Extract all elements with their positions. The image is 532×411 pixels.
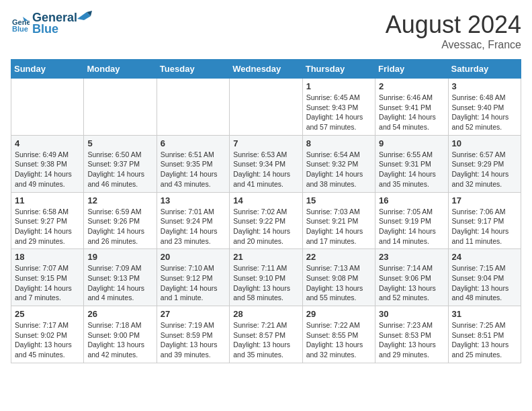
calendar-cell — [157, 79, 229, 136]
calendar-cell: 2Sunrise: 6:46 AM Sunset: 9:41 PM Daylig… — [375, 79, 448, 136]
day-info: Sunrise: 7:15 AM Sunset: 9:04 PM Dayligh… — [452, 263, 517, 303]
day-number: 21 — [233, 252, 298, 262]
day-info: Sunrise: 6:49 AM Sunset: 9:38 PM Dayligh… — [15, 150, 80, 189]
day-number: 12 — [87, 195, 152, 205]
day-info: Sunrise: 7:05 AM Sunset: 9:19 PM Dayligh… — [379, 207, 444, 246]
calendar-cell: 23Sunrise: 7:14 AM Sunset: 9:06 PM Dayli… — [375, 249, 448, 306]
day-number: 18 — [15, 252, 80, 262]
calendar-cell: 31Sunrise: 7:25 AM Sunset: 8:51 PM Dayli… — [448, 306, 521, 363]
day-number: 22 — [306, 252, 371, 262]
calendar-cell: 8Sunrise: 6:54 AM Sunset: 9:32 PM Daylig… — [302, 135, 375, 192]
col-header-sunday: Sunday — [11, 60, 84, 79]
calendar-cell: 9Sunrise: 6:55 AM Sunset: 9:31 PM Daylig… — [375, 135, 448, 192]
day-info: Sunrise: 7:21 AM Sunset: 8:57 PM Dayligh… — [233, 320, 298, 360]
calendar-week-row: 1Sunrise: 6:45 AM Sunset: 9:43 PM Daylig… — [11, 79, 521, 136]
page-header: General Blue General Blue August 2024 Av… — [11, 11, 521, 51]
calendar-cell — [11, 79, 84, 136]
calendar-cell: 7Sunrise: 6:53 AM Sunset: 9:34 PM Daylig… — [230, 135, 302, 192]
col-header-wednesday: Wednesday — [230, 60, 302, 79]
day-number: 14 — [233, 195, 298, 205]
day-info: Sunrise: 7:14 AM Sunset: 9:06 PM Dayligh… — [379, 263, 444, 303]
month-year-title: August 2024 — [386, 11, 521, 39]
day-number: 27 — [161, 309, 226, 319]
day-number: 26 — [87, 309, 152, 319]
day-number: 8 — [306, 138, 371, 148]
calendar-cell: 28Sunrise: 7:21 AM Sunset: 8:57 PM Dayli… — [230, 306, 302, 363]
day-info: Sunrise: 6:53 AM Sunset: 9:34 PM Dayligh… — [233, 150, 298, 189]
col-header-thursday: Thursday — [302, 60, 375, 79]
col-header-monday: Monday — [84, 60, 157, 79]
day-number: 13 — [161, 195, 226, 205]
day-number: 17 — [452, 195, 517, 205]
day-info: Sunrise: 6:46 AM Sunset: 9:41 PM Dayligh… — [379, 93, 444, 132]
day-number: 24 — [452, 252, 517, 262]
logo-icon: General Blue — [11, 14, 30, 33]
calendar-cell: 26Sunrise: 7:18 AM Sunset: 9:00 PM Dayli… — [84, 306, 157, 363]
calendar-cell: 11Sunrise: 6:58 AM Sunset: 9:27 PM Dayli… — [11, 192, 84, 249]
day-info: Sunrise: 7:11 AM Sunset: 9:10 PM Dayligh… — [233, 263, 298, 303]
calendar-cell: 1Sunrise: 6:45 AM Sunset: 9:43 PM Daylig… — [302, 79, 375, 136]
day-number: 30 — [379, 309, 444, 319]
day-number: 5 — [87, 138, 152, 148]
day-info: Sunrise: 6:54 AM Sunset: 9:32 PM Dayligh… — [306, 150, 371, 189]
day-number: 19 — [87, 252, 152, 262]
svg-text:Blue: Blue — [12, 25, 28, 33]
day-number: 2 — [379, 81, 444, 91]
day-number: 28 — [233, 309, 298, 319]
day-info: Sunrise: 7:03 AM Sunset: 9:21 PM Dayligh… — [306, 207, 371, 246]
calendar-cell — [230, 79, 302, 136]
day-info: Sunrise: 7:07 AM Sunset: 9:15 PM Dayligh… — [15, 263, 80, 303]
day-info: Sunrise: 6:50 AM Sunset: 9:37 PM Dayligh… — [87, 150, 152, 189]
day-number: 11 — [15, 195, 80, 205]
day-info: Sunrise: 7:19 AM Sunset: 8:59 PM Dayligh… — [161, 320, 226, 360]
day-number: 9 — [379, 138, 444, 148]
day-info: Sunrise: 7:06 AM Sunset: 9:17 PM Dayligh… — [452, 207, 517, 246]
day-number: 29 — [306, 309, 371, 319]
day-info: Sunrise: 6:51 AM Sunset: 9:35 PM Dayligh… — [161, 150, 226, 189]
calendar-cell: 12Sunrise: 6:59 AM Sunset: 9:26 PM Dayli… — [84, 192, 157, 249]
location-subtitle: Avessac, France — [386, 39, 521, 51]
day-number: 7 — [233, 138, 298, 148]
day-info: Sunrise: 6:59 AM Sunset: 9:26 PM Dayligh… — [87, 207, 152, 246]
calendar-cell: 25Sunrise: 7:17 AM Sunset: 9:02 PM Dayli… — [11, 306, 84, 363]
calendar-cell: 6Sunrise: 6:51 AM Sunset: 9:35 PM Daylig… — [157, 135, 229, 192]
calendar-cell: 19Sunrise: 7:09 AM Sunset: 9:13 PM Dayli… — [84, 249, 157, 306]
calendar-cell: 30Sunrise: 7:23 AM Sunset: 8:53 PM Dayli… — [375, 306, 448, 363]
calendar-cell: 17Sunrise: 7:06 AM Sunset: 9:17 PM Dayli… — [448, 192, 521, 249]
calendar-week-row: 4Sunrise: 6:49 AM Sunset: 9:38 PM Daylig… — [11, 135, 521, 192]
calendar-cell — [84, 79, 157, 136]
calendar-week-row: 11Sunrise: 6:58 AM Sunset: 9:27 PM Dayli… — [11, 192, 521, 249]
day-info: Sunrise: 7:22 AM Sunset: 8:55 PM Dayligh… — [306, 320, 371, 360]
calendar-cell: 15Sunrise: 7:03 AM Sunset: 9:21 PM Dayli… — [302, 192, 375, 249]
day-info: Sunrise: 7:18 AM Sunset: 9:00 PM Dayligh… — [87, 320, 152, 360]
day-number: 1 — [306, 81, 371, 91]
col-header-friday: Friday — [375, 60, 448, 79]
calendar-table: SundayMondayTuesdayWednesdayThursdayFrid… — [11, 59, 521, 363]
calendar-cell: 4Sunrise: 6:49 AM Sunset: 9:38 PM Daylig… — [11, 135, 84, 192]
day-number: 6 — [161, 138, 226, 148]
calendar-cell: 16Sunrise: 7:05 AM Sunset: 9:19 PM Dayli… — [375, 192, 448, 249]
day-number: 10 — [452, 138, 517, 148]
day-number: 15 — [306, 195, 371, 205]
calendar-cell: 20Sunrise: 7:10 AM Sunset: 9:12 PM Dayli… — [157, 249, 229, 306]
logo: General Blue General Blue — [11, 11, 92, 36]
calendar-cell: 14Sunrise: 7:02 AM Sunset: 9:22 PM Dayli… — [230, 192, 302, 249]
day-number: 20 — [161, 252, 226, 262]
logo-bird-icon — [77, 11, 92, 21]
calendar-cell: 3Sunrise: 6:48 AM Sunset: 9:40 PM Daylig… — [448, 79, 521, 136]
day-info: Sunrise: 6:57 AM Sunset: 9:29 PM Dayligh… — [452, 150, 517, 189]
day-info: Sunrise: 7:02 AM Sunset: 9:22 PM Dayligh… — [233, 207, 298, 246]
calendar-cell: 22Sunrise: 7:13 AM Sunset: 9:08 PM Dayli… — [302, 249, 375, 306]
day-number: 4 — [15, 138, 80, 148]
day-info: Sunrise: 6:48 AM Sunset: 9:40 PM Dayligh… — [452, 93, 517, 132]
calendar-cell: 21Sunrise: 7:11 AM Sunset: 9:10 PM Dayli… — [230, 249, 302, 306]
col-header-saturday: Saturday — [448, 60, 521, 79]
calendar-cell: 10Sunrise: 6:57 AM Sunset: 9:29 PM Dayli… — [448, 135, 521, 192]
calendar-cell: 27Sunrise: 7:19 AM Sunset: 8:59 PM Dayli… — [157, 306, 229, 363]
day-info: Sunrise: 7:10 AM Sunset: 9:12 PM Dayligh… — [161, 263, 226, 303]
day-info: Sunrise: 7:13 AM Sunset: 9:08 PM Dayligh… — [306, 263, 371, 303]
calendar-cell: 5Sunrise: 6:50 AM Sunset: 9:37 PM Daylig… — [84, 135, 157, 192]
calendar-cell: 24Sunrise: 7:15 AM Sunset: 9:04 PM Dayli… — [448, 249, 521, 306]
day-info: Sunrise: 7:09 AM Sunset: 9:13 PM Dayligh… — [87, 263, 152, 303]
day-number: 23 — [379, 252, 444, 262]
